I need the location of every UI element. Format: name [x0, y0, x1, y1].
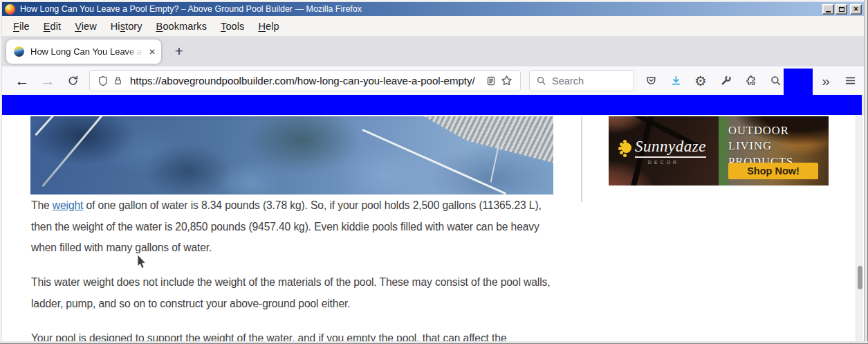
menu-edit[interactable]: Edit — [37, 18, 68, 35]
menu-view[interactable]: View — [68, 18, 104, 35]
maximize-button[interactable] — [835, 4, 847, 15]
ad-brand-panel: Sunnydaze DECOR — [609, 116, 719, 185]
search-icon — [536, 75, 546, 86]
shield-icon[interactable] — [98, 75, 109, 87]
toolbar-search-icon[interactable] — [765, 66, 786, 95]
window-border-top — [0, 0, 868, 2]
ad-headline-line: LIVING — [728, 138, 829, 154]
overflow-chevron-icon[interactable]: » — [815, 66, 836, 95]
title-bar: How Long Can You Leave a Pool Empty? – A… — [2, 2, 864, 16]
tab-bar: How Long Can You Leave a ✕ + — [2, 36, 864, 66]
close-icon: ✕ — [853, 6, 859, 12]
content-divider — [581, 116, 582, 202]
firefox-icon — [5, 4, 15, 15]
weight-link[interactable]: weight — [53, 199, 83, 211]
search-bar[interactable] — [529, 70, 634, 91]
scrollbar-thumb[interactable] — [858, 266, 862, 289]
reload-icon[interactable] — [62, 66, 84, 95]
menu-bookmarks[interactable]: Bookmarks — [149, 18, 214, 35]
pool-photo — [30, 116, 553, 194]
tab-close-icon[interactable]: ✕ — [149, 47, 156, 57]
active-tab[interactable]: How Long Can You Leave a ✕ — [6, 39, 161, 64]
menu-file[interactable]: File — [6, 18, 37, 35]
maximize-icon — [839, 7, 844, 12]
ad-headline-line: OUTDOOR — [728, 123, 829, 138]
pool-lane-rope — [41, 116, 105, 187]
forward-button: → — [37, 66, 59, 95]
search-input[interactable] — [552, 75, 621, 87]
mouse-cursor — [137, 255, 149, 273]
downloads-icon[interactable] — [665, 66, 686, 95]
wrench-icon[interactable] — [715, 66, 736, 95]
window-title: How Long Can You Leave a Pool Empty? – A… — [20, 4, 821, 14]
article-paragraph: The weight of one gallon of water is 8.3… — [31, 195, 551, 259]
menu-history[interactable]: History — [104, 18, 149, 35]
minimize-button[interactable] — [822, 4, 834, 15]
highlight-overlay-toolbar — [784, 69, 813, 95]
window-border-right — [864, 0, 868, 344]
scrollbar-track[interactable] — [856, 115, 863, 341]
article-paragraph: This water weight does not include the w… — [31, 272, 551, 314]
ad-brand-name: Sunnydaze — [635, 138, 706, 158]
gear-icon[interactable]: ⚙ — [690, 66, 711, 95]
page-content: Sunnydaze DECOR OUTDOOR LIVING PRODUCTS … — [2, 115, 864, 341]
back-button[interactable]: ← — [11, 66, 33, 95]
url-text[interactable]: https://abovegroundpoolbuilder.com/how-l… — [130, 75, 483, 87]
close-button[interactable]: ✕ — [850, 4, 862, 15]
bookmark-star-icon[interactable] — [501, 75, 513, 87]
menu-tools[interactable]: Tools — [214, 18, 251, 35]
menu-help[interactable]: Help — [251, 18, 286, 35]
window-border-bottom — [0, 341, 868, 344]
article-paragraph: Your pool is designed to support the wei… — [31, 328, 551, 341]
browser-window: How Long Can You Leave a Pool Empty? – A… — [0, 0, 868, 344]
url-bar[interactable]: https://abovegroundpoolbuilder.com/how-l… — [89, 70, 521, 91]
ad-brand-subtitle: DECOR — [648, 160, 679, 165]
pocket-icon[interactable] — [640, 66, 661, 95]
ad-banner[interactable]: Sunnydaze DECOR OUTDOOR LIVING PRODUCTS … — [609, 116, 829, 185]
site-favicon — [14, 46, 24, 57]
pool-lane-rope-2 — [35, 116, 55, 136]
hamburger-menu-icon[interactable] — [840, 66, 860, 95]
shop-now-button[interactable]: Shop Now! — [728, 163, 818, 179]
navigation-toolbar: ← → https://abovegroundpoolbuilder.com/h… — [2, 66, 864, 95]
menu-bar: File Edit View History Bookmarks Tools H… — [2, 16, 864, 36]
lock-icon[interactable] — [113, 75, 123, 86]
minimize-icon — [826, 11, 831, 12]
puzzle-piece-icon[interactable] — [740, 66, 761, 95]
ad-offer-panel: OUTDOOR LIVING PRODUCTS Shop Now! — [719, 116, 829, 185]
tab-title: How Long Can You Leave a — [30, 46, 146, 57]
paragraph-text: The — [31, 199, 53, 211]
window-border-left — [0, 0, 2, 344]
sun-icon — [621, 143, 631, 153]
new-tab-button[interactable]: + — [169, 42, 189, 61]
highlight-overlay-bar — [2, 95, 862, 115]
reader-mode-icon[interactable] — [486, 75, 497, 87]
paragraph-text: of one gallon of water is 8.34 pounds (3… — [31, 199, 542, 253]
